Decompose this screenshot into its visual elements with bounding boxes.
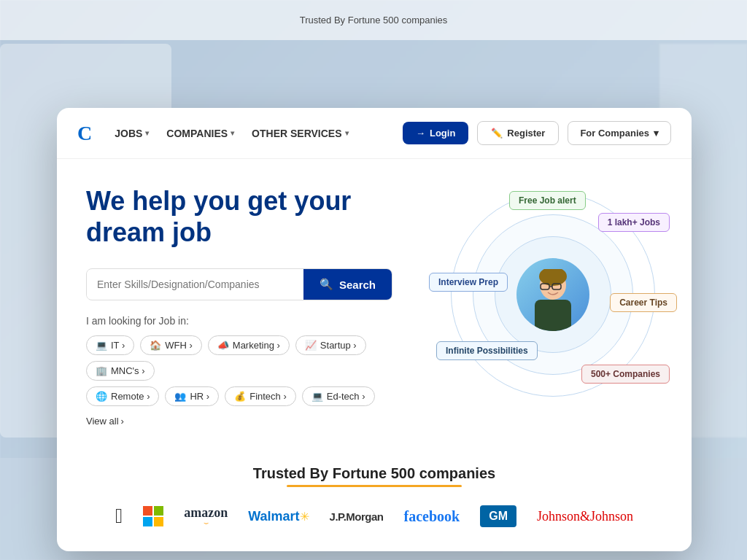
view-all-link[interactable]: View all › [86, 412, 124, 430]
walmart-logo: Walmart ✳ [248, 502, 309, 531]
view-all-arrow-icon: › [121, 416, 124, 427]
gm-logo: GM [480, 502, 516, 531]
search-icon: 🔍 [320, 278, 333, 291]
tags-row-1: 💻 IT › 🏠 WFH › 📣 Marketing › 📈 Startup ›… [86, 335, 392, 381]
logo[interactable]: C [77, 122, 91, 145]
marketing-icon: 📣 [217, 340, 229, 351]
label-interview-prep[interactable]: Interview Prep [429, 273, 508, 292]
jj-logo: Johnson&Johnson [537, 502, 633, 531]
register-icon: ✏️ [491, 128, 503, 139]
trusted-title: Trusted By Fortune 500 companies [86, 465, 662, 482]
hero-left: We help you get your dream job 🔍 Search … [86, 185, 444, 436]
search-button[interactable]: 🔍 Search [303, 269, 392, 300]
avatar-person-svg [520, 269, 586, 331]
bg-trusted-text: Trusted By Fortune 500 companies [300, 15, 448, 26]
nav-companies[interactable]: COMPANIES ▾ [166, 128, 234, 139]
wfh-icon: 🏠 [150, 340, 161, 351]
hero-section: We help you get your dream job 🔍 Search … [57, 159, 692, 454]
tag-it[interactable]: 💻 IT › [86, 335, 134, 355]
ms-red [143, 506, 152, 516]
jobs-chevron-icon: ▾ [145, 129, 149, 137]
startup-icon: 📈 [305, 340, 317, 351]
search-input[interactable] [87, 270, 303, 299]
svg-rect-5 [535, 300, 571, 331]
amazon-logo: amazon ⌣ [184, 502, 228, 531]
tag-edtech[interactable]: 💻 Ed-tech › [302, 386, 375, 406]
facebook-logo: facebook [404, 502, 460, 531]
hero-title: We help you get your dream job [86, 185, 429, 248]
login-icon: → [416, 128, 425, 139]
it-icon: 💻 [96, 340, 107, 351]
tag-startup[interactable]: 📈 Startup › [295, 335, 366, 355]
tags-row-2: 🌐 Remote › 👥 HR › 💰 Fintech › 💻 Ed-tech … [86, 386, 392, 430]
label-1lakh-jobs[interactable]: 1 lakh+ Jobs [598, 213, 670, 232]
bg-top-bar: Trusted By Fortune 500 companies [0, 0, 747, 40]
job-looking-label: I am looking for Job in: [86, 315, 429, 327]
mnc-icon: 🏢 [96, 365, 107, 376]
tag-marketing[interactable]: 📣 Marketing › [208, 335, 290, 355]
avatar [516, 258, 589, 331]
tag-mnc[interactable]: 🏢 MNC's › [86, 361, 155, 381]
for-companies-button[interactable]: For Companies ▾ [568, 121, 671, 145]
companies-chevron-icon: ▾ [231, 129, 234, 137]
edtech-icon: 💻 [311, 391, 323, 402]
jpmorgan-logo: J.P.Morgan [330, 502, 384, 531]
nav-jobs[interactable]: JOBS ▾ [115, 128, 149, 139]
hr-icon: 👥 [174, 391, 186, 402]
tag-wfh[interactable]: 🏠 WFH › [140, 335, 202, 355]
label-free-job-alert[interactable]: Free Job alert [509, 191, 586, 210]
microsoft-logo [143, 502, 163, 531]
label-infinite-possibilities[interactable]: Infinite Possibilities [436, 341, 538, 360]
apple-logo:  [115, 502, 123, 531]
company-logos:  amazon ⌣ Walmart ✳ [86, 502, 662, 531]
trusted-section: Trusted By Fortune 500 companies  amaz [57, 454, 692, 551]
nav-other-services[interactable]: OTHER SERVICES ▾ [252, 128, 348, 139]
remote-icon: 🌐 [96, 391, 107, 402]
diagram-container: Free Job alert 1 lakh+ Jobs Interview Pr… [444, 185, 662, 404]
ms-yellow [154, 517, 163, 526]
hero-right: Free Job alert 1 lakh+ Jobs Interview Pr… [444, 185, 662, 404]
search-bar: 🔍 Search [86, 268, 392, 300]
nav-actions: → Login ✏️ Register For Companies ▾ [403, 121, 671, 145]
for-companies-chevron-icon: ▾ [654, 128, 659, 139]
ms-green [154, 506, 163, 516]
nav-links: JOBS ▾ COMPANIES ▾ OTHER SERVICES ▾ [115, 128, 379, 139]
tag-hr[interactable]: 👥 HR › [165, 386, 219, 406]
other-chevron-icon: ▾ [345, 129, 349, 137]
register-button[interactable]: ✏️ Register [477, 121, 559, 145]
label-career-tips[interactable]: Career Tips [610, 293, 677, 312]
tag-fintech[interactable]: 💰 Fintech › [225, 386, 296, 406]
navbar: C JOBS ▾ COMPANIES ▾ OTHER SERVICES ▾ → … [57, 108, 692, 159]
login-button[interactable]: → Login [403, 122, 468, 144]
tag-remote[interactable]: 🌐 Remote › [86, 386, 159, 406]
trusted-underline [287, 485, 462, 487]
label-500-companies[interactable]: 500+ Companies [581, 365, 670, 384]
ms-blue [143, 517, 152, 526]
modal-card: C JOBS ▾ COMPANIES ▾ OTHER SERVICES ▾ → … [57, 108, 692, 551]
fintech-icon: 💰 [234, 391, 246, 402]
